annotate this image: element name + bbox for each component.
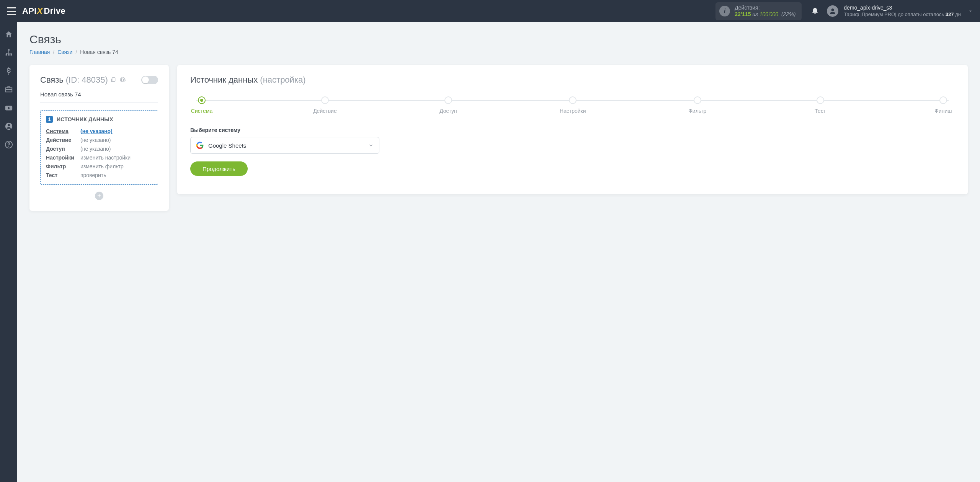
- source-row-label[interactable]: Настройки: [46, 155, 80, 161]
- copy-icon[interactable]: [110, 77, 116, 83]
- avatar-icon[interactable]: [827, 5, 838, 17]
- user-name: demo_apix-drive_s3: [844, 4, 961, 11]
- step-label: Система: [191, 108, 212, 114]
- source-row-label[interactable]: Действие: [46, 137, 80, 143]
- stats-label: Действия:: [735, 5, 795, 11]
- step-label: Настройки: [560, 108, 586, 114]
- step-dot: [569, 96, 577, 104]
- selected-system: Google Sheets: [208, 142, 246, 149]
- page-title: Связь: [29, 33, 968, 46]
- svg-point-9: [8, 146, 9, 147]
- continue-button[interactable]: Продолжить: [190, 161, 248, 176]
- svg-rect-2: [5, 54, 7, 56]
- source-row-value[interactable]: изменить фильтр: [80, 163, 152, 169]
- page: Связь Главная / Связи / Новая связь 74 С…: [17, 22, 980, 221]
- wizard-step[interactable]: Настройки: [560, 96, 586, 114]
- step-dot: [817, 96, 824, 104]
- enable-toggle[interactable]: [141, 76, 158, 84]
- svg-rect-1: [8, 49, 10, 51]
- svg-rect-10: [112, 78, 115, 81]
- help-icon[interactable]: [4, 140, 13, 149]
- gear-icon[interactable]: [119, 77, 126, 83]
- dollar-icon[interactable]: [4, 67, 13, 76]
- source-row-value[interactable]: (не указано): [80, 146, 152, 152]
- bell-icon[interactable]: [810, 6, 820, 16]
- logo-part-api: API: [22, 6, 37, 16]
- connection-card: Связь (ID: 48035) Новая связь 74 1 ИСТОЧ…: [29, 65, 169, 211]
- hamburger-icon[interactable]: [7, 7, 16, 15]
- step-label: Тест: [815, 108, 826, 114]
- user-icon[interactable]: [4, 122, 13, 131]
- source-row-value[interactable]: (не указано): [80, 137, 152, 143]
- breadcrumb: Главная / Связи / Новая связь 74: [29, 49, 968, 55]
- svg-point-7: [8, 124, 10, 126]
- user-plan: Тариф |Премиум PRO| до оплаты осталось 3…: [844, 11, 961, 18]
- youtube-icon[interactable]: [4, 103, 13, 112]
- step-label: Фильтр: [688, 108, 706, 114]
- svg-rect-3: [8, 54, 10, 56]
- chevron-down-icon[interactable]: [968, 8, 973, 14]
- connection-id: (ID: 48035): [66, 75, 108, 85]
- step-label: Действие: [313, 108, 337, 114]
- breadcrumb-connections[interactable]: Связи: [57, 49, 72, 55]
- connection-name: Новая связь 74: [40, 91, 158, 103]
- wizard-step[interactable]: Система: [190, 96, 213, 114]
- step-dot: [321, 96, 329, 104]
- source-box: 1 ИСТОЧНИК ДАННЫХ Система(не указано)Дей…: [40, 110, 158, 185]
- stats-values: 22'115 из 100'000 (22%): [735, 11, 795, 18]
- step-label: Финиш: [934, 108, 952, 114]
- connections-icon[interactable]: [4, 48, 13, 57]
- logo[interactable]: API X Drive: [22, 6, 65, 16]
- wizard-stepper: СистемаДействиеДоступНастройкиФильтрТест…: [190, 96, 955, 114]
- left-rail: [0, 22, 17, 221]
- logo-part-x: X: [37, 6, 43, 16]
- source-step-badge: 1: [46, 116, 53, 123]
- breadcrumb-home[interactable]: Главная: [29, 49, 50, 55]
- google-sheets-icon: [196, 142, 204, 149]
- source-row-label[interactable]: Доступ: [46, 146, 80, 152]
- briefcase-icon[interactable]: [4, 85, 13, 94]
- top-header: API X Drive i Действия: 22'115 из 100'00…: [0, 0, 980, 22]
- step-dot: [939, 96, 947, 104]
- add-destination-button[interactable]: +: [95, 192, 103, 200]
- svg-rect-4: [10, 54, 12, 56]
- connection-title: Связь (ID: 48035): [40, 75, 126, 85]
- source-config-card: Источник данных (настройка) СистемаДейст…: [177, 65, 968, 194]
- source-row-label[interactable]: Тест: [46, 172, 80, 178]
- system-select[interactable]: Google Sheets: [190, 137, 379, 154]
- source-row-value[interactable]: проверить: [80, 172, 152, 178]
- step-dot: [444, 96, 452, 104]
- wizard-step[interactable]: Тест: [809, 96, 832, 114]
- source-row-value[interactable]: изменить настройки: [80, 155, 152, 161]
- home-icon[interactable]: [4, 30, 13, 39]
- source-box-title: ИСТОЧНИК ДАННЫХ: [57, 116, 113, 122]
- source-row-label[interactable]: Фильтр: [46, 163, 80, 169]
- chevron-down-icon: [368, 143, 374, 148]
- source-config-title: Источник данных (настройка): [190, 75, 955, 85]
- source-row-value[interactable]: (не указано): [80, 128, 152, 134]
- wizard-step[interactable]: Фильтр: [686, 96, 709, 114]
- step-dot: [694, 96, 701, 104]
- actions-stats[interactable]: i Действия: 22'115 из 100'000 (22%): [715, 2, 802, 20]
- svg-point-0: [831, 8, 834, 11]
- logo-part-drive: Drive: [44, 6, 66, 16]
- step-dot: [198, 96, 206, 104]
- step-label: Доступ: [439, 108, 457, 114]
- wizard-step[interactable]: Финиш: [932, 96, 955, 114]
- select-system-label: Выберите систему: [190, 127, 955, 133]
- breadcrumb-current: Новая связь 74: [80, 49, 118, 55]
- source-row-label[interactable]: Система: [46, 128, 80, 134]
- wizard-step[interactable]: Действие: [313, 96, 337, 114]
- user-block[interactable]: demo_apix-drive_s3 Тариф |Премиум PRO| д…: [844, 4, 961, 18]
- wizard-step[interactable]: Доступ: [437, 96, 460, 114]
- info-icon: i: [719, 6, 730, 16]
